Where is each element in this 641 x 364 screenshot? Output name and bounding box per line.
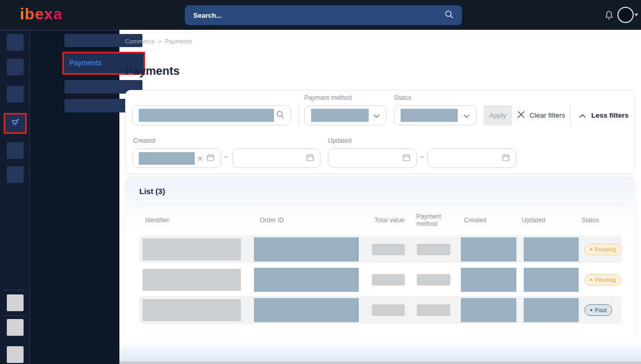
updated-to-date-input[interactable] [427,149,516,168]
redacted-created-cell [461,237,516,261]
redacted-total-value-cell [372,304,405,316]
filter-search-input[interactable] [132,105,291,126]
date-range-separator: – [420,152,424,161]
clear-date-icon[interactable] [197,154,203,163]
rail-item-5[interactable] [7,142,24,159]
payment-method-select[interactable] [304,105,386,126]
updated-label: Updated [328,137,351,144]
column-header-status: Status [581,217,599,224]
created-from-date-input[interactable] [132,149,221,168]
column-header-payment-method: Payment method [416,213,449,228]
list-title: List (3) [139,187,165,196]
redacted-status-value [401,109,458,122]
status-label: Paid [595,307,606,313]
payments-list-panel: List (3) Identifier Order ID Total value… [125,177,635,343]
redacted-updated-cell [524,298,579,322]
status-dot-icon [590,279,592,281]
redacted-order-id-cell [254,237,359,261]
redacted-payment-method-cell [417,244,450,255]
chevron-up-icon [579,111,586,120]
created-to-date-input[interactable] [233,149,320,168]
status-badge: Paid [584,304,612,316]
redacted-order-id-cell [254,298,359,322]
redacted-order-id-cell [254,268,359,292]
breadcrumb-commerce[interactable]: Commerce [125,38,154,44]
calendar-icon[interactable] [502,153,510,164]
status-label: Pending [595,246,616,253]
redacted-created-cell [461,298,516,322]
status-badge: Pending [584,274,622,286]
search-icon [276,110,284,121]
table-row[interactable]: Pending [139,266,622,293]
table-body: Pending Pending Paid [139,235,622,324]
rail-item-3[interactable] [7,86,24,103]
redacted-identifier-cell [142,238,241,260]
chevron-down-icon [373,111,380,120]
redacted-search-value [139,109,274,122]
redacted-identifier-cell [142,299,241,321]
redacted-created-from-value [139,152,195,165]
redacted-updated-cell [524,268,579,292]
created-label: Created [133,137,156,144]
filters-panel: Payment method Status Apply [125,90,635,174]
user-menu-caret-icon[interactable] [634,14,638,16]
column-header-created: Created [464,217,487,224]
user-avatar[interactable] [617,7,634,23]
sidebar-icon-rail [0,30,30,364]
page-title: Payments [125,64,180,78]
filter-divider [298,106,299,125]
status-select[interactable] [394,105,477,126]
redacted-payment-method-cell [417,274,450,286]
redacted-identifier-cell [142,269,241,291]
chevron-down-icon [463,111,470,120]
rail-divider [2,290,27,290]
calendar-icon[interactable] [402,153,411,164]
breadcrumb-payments: Payments [165,38,192,44]
status-dot-icon [590,309,592,311]
payment-method-label: Payment method [304,94,352,101]
status-label: Status [394,94,412,101]
redacted-created-cell [461,268,516,292]
less-filters-label: Less filters [591,111,628,119]
redacted-total-value-cell [372,244,405,255]
updated-from-date-input[interactable] [328,149,417,168]
app-window: ibexa Search... [0,0,641,364]
calendar-icon[interactable] [206,153,215,164]
close-icon [517,111,525,120]
shopping-cart-icon [9,117,21,130]
redacted-total-value-cell [372,274,405,286]
top-bar: ibexa Search... [0,0,641,30]
search-icon [445,10,454,21]
less-filters-button[interactable]: Less filters [579,105,628,126]
rail-item-1[interactable] [7,34,24,51]
apply-button[interactable]: Apply [483,105,512,126]
global-search-placeholder: Search... [193,12,445,19]
calendar-icon[interactable] [306,153,314,164]
redacted-payment-method-cell [417,304,450,316]
redacted-payment-method-value [311,109,369,122]
column-header-updated: Updated [522,217,545,224]
breadcrumb-separator: > [158,39,161,44]
sidebar-menu-panel: Payments [30,30,119,364]
rail-item-2[interactable] [7,59,24,75]
status-dot-icon [590,248,592,251]
rail-bottom-item-1[interactable] [7,294,24,311]
rail-item-6[interactable] [7,166,24,183]
ibexa-logo: ibexa [20,5,63,23]
column-header-total-value: Total value [374,217,404,224]
status-label: Pending [595,277,616,283]
global-search-input[interactable]: Search... [185,5,462,25]
redacted-updated-cell [524,237,579,261]
rail-bottom-item-3[interactable] [7,346,24,363]
column-header-order-id: Order ID [260,217,284,224]
table-row[interactable]: Pending [139,235,622,263]
clear-filters-button[interactable]: Clear filters [517,105,565,126]
horizontal-scrollbar[interactable] [119,361,641,364]
rail-item-commerce[interactable] [5,115,25,132]
rail-bottom-item-2[interactable] [7,319,24,336]
page-bottom-gradient [119,341,641,361]
date-input-icons [197,153,215,164]
table-row[interactable]: Paid [139,296,622,324]
notifications-bell-icon[interactable] [603,9,615,21]
column-header-identifier: Identifier [145,217,169,224]
